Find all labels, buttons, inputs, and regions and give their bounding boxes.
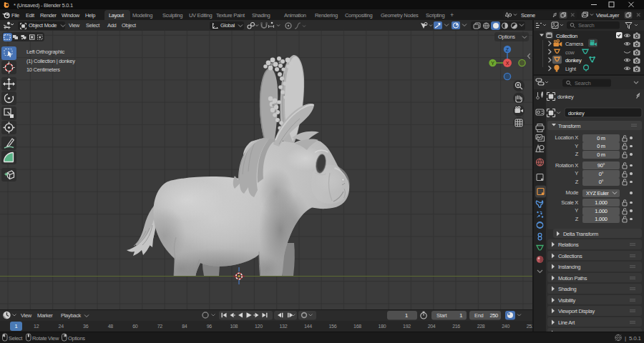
- svg-text:Collection: Collection: [556, 33, 577, 39]
- svg-text:End: End: [474, 312, 484, 319]
- svg-text:donkey: donkey: [568, 110, 585, 116]
- svg-text:|: |: [625, 335, 626, 342]
- svg-text:Y: Y: [491, 61, 494, 66]
- svg-text:Rotate View: Rotate View: [32, 335, 59, 342]
- svg-text:250: 250: [489, 312, 498, 319]
- svg-text:Search: Search: [578, 22, 595, 29]
- svg-text:1: 1: [459, 312, 462, 319]
- svg-text:Start: Start: [436, 312, 448, 319]
- svg-text:Z: Z: [506, 47, 509, 52]
- svg-text:donkey: donkey: [557, 94, 574, 100]
- svg-text:Search: Search: [575, 80, 591, 86]
- svg-text:Options: Options: [68, 335, 85, 342]
- svg-text:1: 1: [405, 312, 408, 319]
- svg-text:cow: cow: [565, 49, 575, 56]
- svg-text:5.0.1: 5.0.1: [629, 335, 642, 342]
- svg-text:donkey: donkey: [565, 57, 582, 64]
- svg-text:Light: Light: [565, 66, 577, 72]
- svg-text:Camera: Camera: [565, 41, 584, 47]
- svg-text:Transform: Transform: [558, 123, 580, 129]
- svg-text:Select: Select: [9, 335, 23, 342]
- svg-text:X: X: [506, 61, 509, 66]
